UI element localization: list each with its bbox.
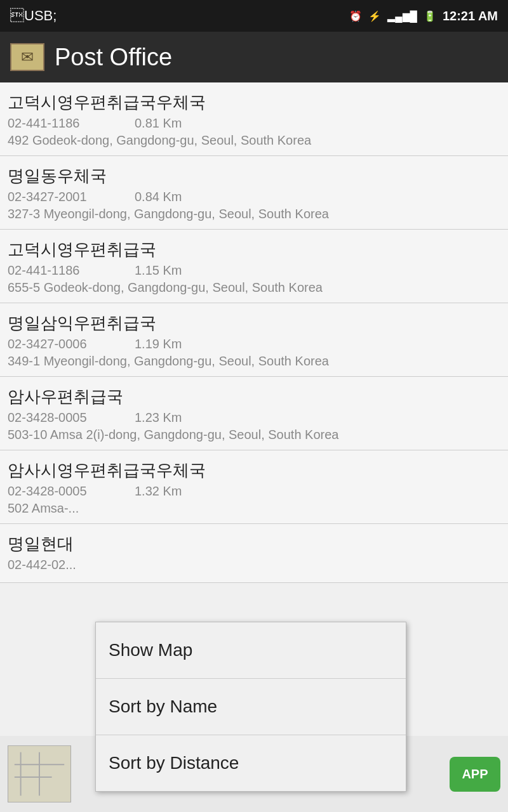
context-menu-overlay[interactable]: Show Map Sort by Name Sort by Distance — [0, 0, 508, 812]
context-menu: Show Map Sort by Name Sort by Distance — [95, 622, 406, 792]
context-menu-sort-name[interactable]: Sort by Name — [96, 679, 406, 735]
context-menu-show-map[interactable]: Show Map — [96, 622, 406, 679]
context-menu-sort-distance[interactable]: Sort by Distance — [96, 735, 406, 791]
